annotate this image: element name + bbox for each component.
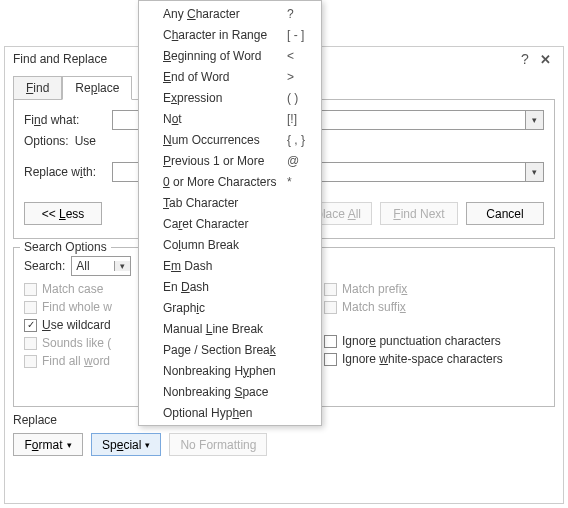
tab-find-label: Find [26,81,49,95]
search-direction-value: All [72,259,114,273]
special-menu-item[interactable]: Nonbreaking Space [139,381,321,402]
menu-item-shortcut: ? [287,7,313,21]
checkbox-icon [324,301,337,314]
special-menu-item[interactable]: Beginning of Word< [139,45,321,66]
checkbox-icon [24,319,37,332]
replace-with-dropdown-icon[interactable]: ▾ [525,163,543,181]
check-label: Ignore white-space characters [342,352,503,366]
menu-item-shortcut: @ [287,154,313,168]
special-menu-item[interactable]: Optional Hyphen [139,402,321,423]
menu-item-shortcut: > [287,70,313,84]
check-label: Match case [42,282,103,296]
special-menu-item[interactable]: Column Break [139,234,321,255]
menu-item-label: Column Break [163,238,287,252]
menu-item-label: Previous 1 or More [163,154,287,168]
check-label: Match suffix [342,300,406,314]
menu-item-label: Beginning of Word [163,49,287,63]
menu-item-shortcut: * [287,175,313,189]
special-menu-item[interactable]: Manual Line Break [139,318,321,339]
less-button-label: << Less [42,207,85,221]
checkbox-icon [24,301,37,314]
search-direction-dropdown-icon[interactable]: ▾ [114,261,130,271]
special-menu-item[interactable]: Em Dash [139,255,321,276]
menu-item-label: Any Character [163,7,287,21]
special-menu-item[interactable]: Not[!] [139,108,321,129]
special-button[interactable]: Special▾ [91,433,161,456]
close-icon[interactable]: ✕ [535,52,555,67]
no-formatting-label: No Formatting [180,438,256,452]
menu-item-label: En Dash [163,280,287,294]
menu-item-label: Num Occurrences [163,133,287,147]
help-icon[interactable]: ? [515,51,535,67]
menu-item-label: Expression [163,91,287,105]
checkbox-icon [24,283,37,296]
find-what-dropdown-icon[interactable]: ▾ [525,111,543,129]
match-prefix-check: Match prefix [324,282,544,296]
special-menu-item[interactable]: Previous 1 or More@ [139,150,321,171]
caret-down-icon: ▾ [145,440,150,450]
options-value: Use [75,134,96,148]
special-menu-item[interactable]: Page / Section Break [139,339,321,360]
checkbox-icon [24,355,37,368]
checkbox-icon [324,283,337,296]
format-button[interactable]: Format▾ [13,433,83,456]
menu-item-label: Not [163,112,287,126]
menu-item-label: 0 or More Characters [163,175,287,189]
check-label: Find whole w [42,300,112,314]
menu-item-shortcut: [ - ] [287,28,313,42]
find-next-button[interactable]: Find Next [380,202,458,225]
checkbox-icon [324,335,337,348]
menu-item-label: Em Dash [163,259,287,273]
no-formatting-button[interactable]: No Formatting [169,433,267,456]
menu-item-label: Nonbreaking Space [163,385,287,399]
find-next-label: Find Next [393,207,444,221]
special-menu-item[interactable]: Any Character? [139,3,321,24]
tab-find[interactable]: Find [13,76,62,100]
menu-item-label: Manual Line Break [163,322,287,336]
search-options-legend: Search Options [20,240,111,254]
check-label: Ignore punctuation characters [342,334,501,348]
special-menu-item[interactable]: Expression( ) [139,87,321,108]
menu-item-shortcut: < [287,49,313,63]
checkbox-icon [324,353,337,366]
special-menu: Any Character?Character in Range[ - ]Beg… [138,0,322,426]
cancel-button[interactable]: Cancel [466,202,544,225]
search-direction-select[interactable]: All ▾ [71,256,131,276]
check-label: Match prefix [342,282,407,296]
menu-item-label: Character in Range [163,28,287,42]
tab-replace[interactable]: Replace [62,76,132,100]
menu-item-shortcut: [!] [287,112,313,126]
special-menu-item[interactable]: Graphic [139,297,321,318]
menu-item-label: Nonbreaking Hyphen [163,364,287,378]
menu-item-label: Optional Hyphen [163,406,287,420]
search-direction-label: Search: [24,259,65,273]
menu-item-shortcut: ( ) [287,91,313,105]
special-menu-item[interactable]: Num Occurrences{ , } [139,129,321,150]
ignore-punctuation-check[interactable]: Ignore punctuation characters [324,334,544,348]
caret-down-icon: ▾ [67,440,72,450]
menu-item-label: Caret Character [163,217,287,231]
less-button[interactable]: << Less [24,202,102,225]
menu-item-shortcut: { , } [287,133,313,147]
special-menu-item[interactable]: Caret Character [139,213,321,234]
check-label: Use wildcard [42,318,111,332]
checkbox-icon [24,337,37,350]
options-label: Options: [24,134,69,148]
tab-replace-label: Replace [75,81,119,95]
cancel-label: Cancel [486,207,523,221]
check-label: Sounds like ( [42,336,111,350]
special-menu-item[interactable]: En Dash [139,276,321,297]
special-menu-item[interactable]: 0 or More Characters* [139,171,321,192]
special-menu-item[interactable]: Nonbreaking Hyphen [139,360,321,381]
match-suffix-check: Match suffix [324,300,544,314]
special-menu-item[interactable]: End of Word> [139,66,321,87]
ignore-whitespace-check[interactable]: Ignore white-space characters [324,352,544,366]
special-label: Special [102,438,141,452]
replace-with-label: Replace with: [24,165,104,179]
menu-item-label: Graphic [163,301,287,315]
special-menu-item[interactable]: Tab Character [139,192,321,213]
menu-item-label: Page / Section Break [163,343,287,357]
special-menu-item[interactable]: Character in Range[ - ] [139,24,321,45]
format-label: Format [24,438,62,452]
menu-item-label: Tab Character [163,196,287,210]
